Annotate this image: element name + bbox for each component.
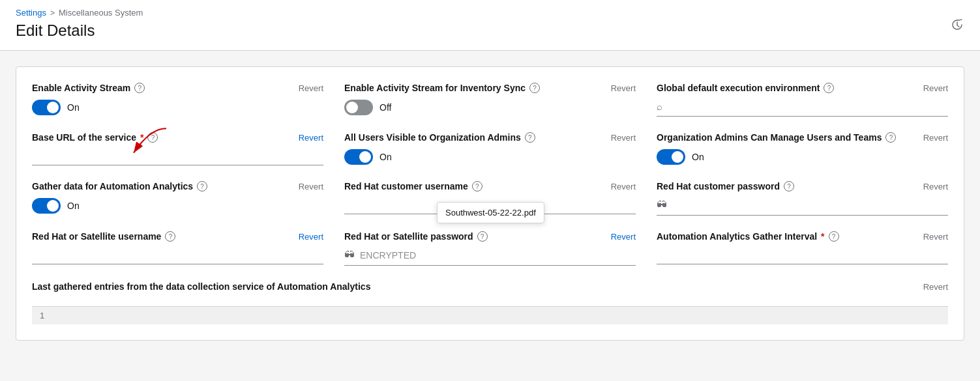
revert-inventory-sync[interactable]: Revert xyxy=(611,83,636,93)
page-header: Settings > Miscellaneous System Edit Det… xyxy=(0,0,980,51)
label-text-last-gathered: Last gathered entries from the data coll… xyxy=(32,281,370,292)
field-header-last-gathered: Last gathered entries from the data coll… xyxy=(32,281,948,292)
toggle-slider-all-users-visible xyxy=(344,149,373,165)
line-number-area: 1 xyxy=(32,306,948,324)
help-icon-satellite-username[interactable]: ? xyxy=(165,231,175,242)
field-automation-analytics-interval: Automation Analytics Gather Interval * ?… xyxy=(657,231,948,266)
revert-satellite-password[interactable]: Revert xyxy=(611,232,636,242)
revert-redhat-customer-username[interactable]: Revert xyxy=(611,182,636,191)
help-icon-automation-analytics-interval[interactable]: ? xyxy=(829,231,839,242)
help-icon-global-execution[interactable]: ? xyxy=(824,83,834,93)
revert-org-admins-manage[interactable]: Revert xyxy=(923,133,948,143)
help-icon-redhat-customer-password[interactable]: ? xyxy=(784,181,794,191)
toggle-row-all-users-visible: On xyxy=(344,149,636,165)
field-enable-activity-stream: Enable Activity Stream ? Revert On xyxy=(32,83,323,117)
breadcrumb-settings[interactable]: Settings xyxy=(16,8,46,18)
label-text-satellite-password: Red Hat or Satellite password xyxy=(344,231,473,242)
breadcrumb-current: Miscellaneous System xyxy=(59,8,143,18)
help-icon-gather-data[interactable]: ? xyxy=(197,181,207,191)
help-icon-satellite-password[interactable]: ? xyxy=(477,231,488,242)
input-satellite-username[interactable]: thavo@redhat.com xyxy=(32,246,323,264)
toggle-all-users-visible[interactable] xyxy=(344,149,373,165)
label-satellite-username: Red Hat or Satellite username ? xyxy=(32,231,175,242)
search-input-global-execution[interactable] xyxy=(668,102,948,112)
toggle-activity-stream[interactable] xyxy=(32,100,61,115)
label-text-activity-stream: Enable Activity Stream xyxy=(32,83,130,93)
field-header-global-execution: Global default execution environment ? R… xyxy=(657,83,948,93)
label-text-automation-analytics-interval: Automation Analytics Gather Interval xyxy=(657,231,817,242)
field-header-redhat-customer-username: Red Hat customer username ? Revert xyxy=(344,181,636,191)
help-icon-all-users-visible[interactable]: ? xyxy=(525,132,535,143)
help-icon-org-admins-manage[interactable]: ? xyxy=(885,132,896,143)
toggle-row-org-admins-manage: On xyxy=(657,149,948,165)
label-all-users-visible: All Users Visible to Organization Admins… xyxy=(344,132,535,143)
revert-global-execution[interactable]: Revert xyxy=(923,83,948,93)
toggle-gather-data[interactable] xyxy=(32,198,61,214)
input-automation-analytics-interval[interactable]: 14400 xyxy=(657,246,948,264)
label-text-inventory-sync: Enable Activity Stream for Inventory Syn… xyxy=(344,83,526,93)
encrypted-wrapper-satellite-password: 🕶 ENCRYPTED xyxy=(344,246,636,266)
required-star-base-url: * xyxy=(140,132,143,143)
label-enable-activity-stream: Enable Activity Stream ? xyxy=(32,83,145,93)
label-text-gather-data: Gather data for Automation Analytics xyxy=(32,181,193,191)
toggle-slider-org-admins-manage xyxy=(657,149,685,165)
label-text-redhat-customer-username: Red Hat customer username xyxy=(344,181,468,191)
toggle-label-inventory-sync: Off xyxy=(379,102,391,113)
label-last-gathered: Last gathered entries from the data coll… xyxy=(32,281,370,292)
breadcrumb: Settings > Miscellaneous System xyxy=(16,8,964,18)
label-global-execution: Global default execution environment ? xyxy=(657,83,834,93)
revert-satellite-username[interactable]: Revert xyxy=(299,232,323,242)
input-base-url[interactable]: https://towerhost xyxy=(32,147,323,165)
field-header-gather-data: Gather data for Automation Analytics ? R… xyxy=(32,181,323,191)
field-header-inventory-sync: Enable Activity Stream for Inventory Syn… xyxy=(344,83,636,93)
search-wrapper-global-execution: ⌕ xyxy=(657,97,948,117)
toggle-row-activity-stream: On xyxy=(32,100,323,115)
revert-automation-analytics-interval[interactable]: Revert xyxy=(923,232,948,242)
label-text-base-url: Base URL of the service xyxy=(32,132,136,143)
eye-icon-redhat-password[interactable]: 🕶 xyxy=(657,199,667,211)
toggle-slider-activity-stream xyxy=(32,100,61,115)
label-text-org-admins-manage: Organization Admins Can Manage Users and… xyxy=(657,132,882,143)
label-text-all-users-visible: All Users Visible to Organization Admins xyxy=(344,132,521,143)
history-button[interactable] xyxy=(950,18,964,36)
label-redhat-customer-username: Red Hat customer username ? xyxy=(344,181,483,191)
help-icon-base-url[interactable]: ? xyxy=(147,132,158,143)
revert-gather-data[interactable]: Revert xyxy=(299,182,323,191)
breadcrumb-separator: > xyxy=(50,8,55,18)
label-text-satellite-username: Red Hat or Satellite username xyxy=(32,231,161,242)
revert-activity-stream[interactable]: Revert xyxy=(299,83,323,93)
field-header-org-admins-manage: Organization Admins Can Manage Users and… xyxy=(657,132,948,143)
page-title: Edit Details xyxy=(16,21,964,40)
toggle-row-inventory-sync: Off xyxy=(344,100,636,115)
field-org-admins-manage: Organization Admins Can Manage Users and… xyxy=(657,132,948,165)
label-satellite-password: Red Hat or Satellite password ? xyxy=(344,231,488,242)
revert-redhat-customer-password[interactable]: Revert xyxy=(923,182,948,191)
field-header-all-users-visible: All Users Visible to Organization Admins… xyxy=(344,132,636,143)
field-global-default-execution: Global default execution environment ? R… xyxy=(657,83,948,117)
revert-all-users-visible[interactable]: Revert xyxy=(611,133,636,143)
required-star-automation-interval: * xyxy=(821,231,824,242)
eye-icon-satellite-password[interactable]: 🕶 xyxy=(344,249,355,261)
history-icon xyxy=(950,18,964,33)
label-org-admins-manage: Organization Admins Can Manage Users and… xyxy=(657,132,896,143)
field-last-gathered: Last gathered entries from the data coll… xyxy=(32,281,948,324)
label-redhat-customer-password: Red Hat customer password ? xyxy=(657,181,794,191)
field-satellite-password: Red Hat or Satellite password ? Revert 🕶… xyxy=(344,231,636,266)
field-gather-data: Gather data for Automation Analytics ? R… xyxy=(32,181,323,216)
help-icon-inventory-sync[interactable]: ? xyxy=(529,83,540,93)
encrypted-wrapper-redhat-password: 🕶 xyxy=(657,195,948,216)
label-inventory-sync: Enable Activity Stream for Inventory Syn… xyxy=(344,83,540,93)
revert-last-gathered[interactable]: Revert xyxy=(923,282,948,292)
help-icon-activity-stream[interactable]: ? xyxy=(134,83,145,93)
toggle-inventory-sync[interactable] xyxy=(344,100,373,115)
page-wrapper: Southwest-05-22-22.pdf Settings > Miscel… xyxy=(0,0,980,381)
field-satellite-username: Red Hat or Satellite username ? Revert t… xyxy=(32,231,323,266)
tooltip-text: Southwest-05-22-22.pdf xyxy=(445,208,536,218)
toggle-org-admins-manage[interactable] xyxy=(657,149,685,165)
revert-base-url[interactable]: Revert xyxy=(299,133,323,143)
field-base-url: Base URL of the service * ? Revert https… xyxy=(32,132,323,165)
toggle-label-activity-stream: On xyxy=(67,102,80,113)
help-icon-redhat-customer-username[interactable]: ? xyxy=(472,181,483,191)
encrypted-placeholder-satellite-password: ENCRYPTED xyxy=(360,250,416,261)
tooltip-popup: Southwest-05-22-22.pdf xyxy=(437,202,544,223)
